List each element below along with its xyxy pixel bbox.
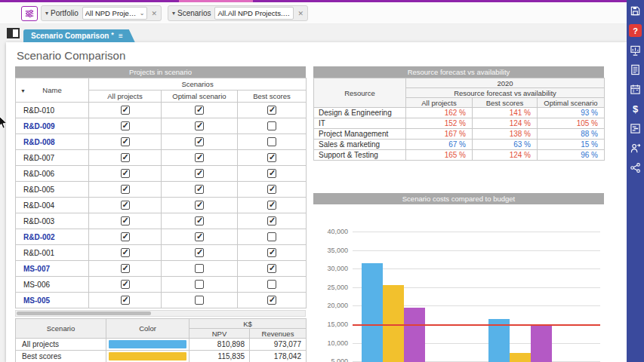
- resource-table: Resource 2020 Resource forecast vs avail…: [313, 78, 605, 161]
- chevron-down-icon[interactable]: ⌄: [140, 10, 145, 17]
- y-axis-tick-label: 20,000: [315, 302, 348, 309]
- project-checkbox[interactable]: [121, 106, 130, 115]
- project-checkbox[interactable]: [121, 264, 130, 273]
- project-checkbox[interactable]: [121, 216, 130, 225]
- project-name: R&D-001: [16, 245, 89, 261]
- project-checkbox[interactable]: [267, 201, 276, 210]
- project-name[interactable]: R&D-009: [16, 118, 89, 134]
- project-checkbox[interactable]: [195, 201, 204, 210]
- project-checkbox[interactable]: [267, 137, 276, 146]
- resource-column-header: Resource: [314, 78, 406, 108]
- y-axis-tick-label: 10,000: [315, 339, 348, 347]
- gridline: [353, 232, 600, 232]
- color-swatch: [109, 352, 186, 360]
- resource-value: 167 %: [406, 129, 473, 140]
- project-name[interactable]: R&D-002: [16, 229, 89, 245]
- sort-descending-icon[interactable]: ▼: [20, 87, 26, 93]
- filters-button[interactable]: [21, 6, 38, 21]
- report-icon[interactable]: [629, 63, 642, 76]
- resource-row: Support & Testing165 %124 %96 %: [314, 150, 605, 161]
- portfolio-combo[interactable]: ▾ Portfolio All NPD Projects ⌄ ✕: [41, 5, 162, 21]
- caret-down-icon[interactable]: ▾: [42, 10, 51, 17]
- horizontal-scrollbar[interactable]: [15, 310, 306, 317]
- tab-menu-icon[interactable]: ≡: [119, 32, 123, 40]
- portfolio-value-field[interactable]: All NPD Projects ⌄: [82, 7, 148, 20]
- checkbox-cell: [89, 150, 162, 166]
- scenarios-combo[interactable]: ▾ Scenarios All.All NPD Projects.NPD_ADM…: [168, 5, 308, 21]
- share-icon[interactable]: [629, 161, 642, 174]
- finance-icon[interactable]: $: [629, 103, 642, 115]
- project-checkbox[interactable]: [267, 106, 276, 115]
- summary-row: Best scores115,835178,042: [16, 351, 307, 362]
- clear-scenarios-button[interactable]: ✕: [294, 10, 307, 17]
- project-checkbox[interactable]: [195, 106, 204, 115]
- project-checkbox[interactable]: [121, 185, 130, 194]
- collapse-panel-icon[interactable]: [7, 28, 20, 38]
- caret-down-icon[interactable]: ▾: [168, 10, 177, 17]
- project-checkbox[interactable]: [121, 296, 130, 305]
- filter-toolbar: ▾ Portfolio All NPD Projects ⌄ ✕ ▾ Scena…: [0, 2, 627, 24]
- save-icon[interactable]: [629, 5, 642, 17]
- clear-portfolio-button[interactable]: ✕: [147, 10, 161, 17]
- project-checkbox[interactable]: [267, 121, 276, 130]
- checkbox-cell: [162, 182, 238, 198]
- checkbox-cell: [238, 277, 307, 293]
- project-checkbox[interactable]: [195, 185, 204, 194]
- project-checkbox[interactable]: [195, 264, 204, 273]
- project-checkbox[interactable]: [121, 248, 130, 257]
- project-checkbox[interactable]: [267, 169, 276, 178]
- chart-panel-header: Scenario costs compared to budget: [313, 193, 604, 204]
- color-swatch: [109, 340, 186, 348]
- project-checkbox[interactable]: [121, 280, 130, 289]
- project-checkbox[interactable]: [121, 153, 130, 162]
- help-icon[interactable]: ?: [629, 24, 642, 37]
- scrollbar-thumb[interactable]: [17, 311, 151, 315]
- checkbox-cell: [238, 293, 307, 308]
- project-checkbox[interactable]: [121, 201, 130, 210]
- project-checkbox[interactable]: [195, 137, 204, 146]
- tab-scenario-comparison[interactable]: Scenario Comparison * ≡: [23, 29, 135, 42]
- planning-icon[interactable]: [629, 122, 642, 135]
- project-checkbox[interactable]: [195, 216, 204, 225]
- project-checkbox[interactable]: [267, 280, 276, 289]
- project-checkbox[interactable]: [267, 185, 276, 194]
- calendar-icon[interactable]: [629, 83, 642, 96]
- resource-value: 141 %: [473, 108, 538, 118]
- presentation-icon[interactable]: [629, 44, 642, 57]
- project-name: R&D-004: [16, 198, 89, 213]
- project-checkbox[interactable]: [267, 248, 276, 257]
- user-export-icon[interactable]: [629, 142, 642, 155]
- project-checkbox[interactable]: [267, 264, 276, 273]
- y-axis-tick-label: 35,000: [315, 247, 348, 254]
- checkbox-cell: [162, 213, 238, 229]
- project-checkbox[interactable]: [267, 296, 276, 305]
- scenarios-value-field[interactable]: All.All NPD Projects.NPD_ADM...: [214, 7, 294, 20]
- y-axis-tick-label: 30,000: [315, 265, 348, 272]
- project-checkbox[interactable]: [195, 153, 204, 162]
- project-checkbox[interactable]: [121, 232, 130, 241]
- project-checkbox[interactable]: [267, 153, 276, 162]
- project-checkbox[interactable]: [195, 232, 204, 241]
- project-checkbox[interactable]: [121, 137, 130, 146]
- checkbox-cell: [238, 150, 307, 166]
- project-checkbox[interactable]: [195, 296, 204, 305]
- project-name[interactable]: R&D-008: [16, 134, 89, 150]
- y-axis-tick-label: 15,000: [315, 321, 348, 328]
- project-name[interactable]: MS-005: [16, 293, 89, 308]
- project-checkbox[interactable]: [195, 169, 204, 178]
- project-checkbox[interactable]: [267, 232, 276, 241]
- resource-value: 67 %: [406, 140, 473, 150]
- project-checkbox[interactable]: [267, 216, 276, 225]
- project-checkbox[interactable]: [121, 121, 130, 130]
- resource-value: 93 %: [538, 108, 605, 118]
- project-name[interactable]: MS-007: [16, 261, 89, 277]
- project-checkbox[interactable]: [195, 280, 204, 289]
- project-checkbox[interactable]: [195, 121, 204, 130]
- checkbox-cell: [89, 245, 162, 261]
- project-checkbox[interactable]: [195, 248, 204, 257]
- project-row: R&D-008: [16, 134, 307, 150]
- project-checkbox[interactable]: [121, 169, 130, 178]
- projects-panel-header: Projects in scenario: [15, 66, 306, 78]
- project-name: R&D-006: [16, 166, 89, 182]
- resource-row: IT152 %124 %105 %: [314, 118, 605, 129]
